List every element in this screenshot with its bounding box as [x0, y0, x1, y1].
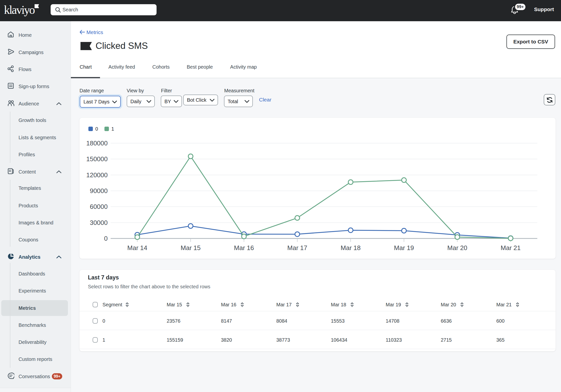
svg-text:Mar 17: Mar 17 [287, 244, 307, 252]
svg-text:Mar 19: Mar 19 [394, 244, 414, 252]
svg-text:0: 0 [95, 126, 98, 132]
svg-text:120000: 120000 [86, 171, 108, 179]
svg-text:Mar 14: Mar 14 [127, 244, 147, 252]
svg-text:180000: 180000 [86, 139, 108, 147]
svg-text:Mar 21: Mar 21 [501, 244, 521, 252]
svg-text:60000: 60000 [90, 203, 108, 210]
svg-text:Mar 20: Mar 20 [447, 244, 467, 252]
svg-text:Mar 16: Mar 16 [234, 244, 254, 252]
svg-text:0: 0 [104, 235, 108, 242]
svg-text:90000: 90000 [90, 187, 108, 195]
svg-text:30000: 30000 [90, 219, 108, 226]
svg-text:150000: 150000 [86, 155, 108, 163]
svg-text:1: 1 [111, 126, 114, 132]
svg-text:Mar 15: Mar 15 [181, 244, 201, 252]
svg-text:Mar 18: Mar 18 [341, 244, 361, 252]
